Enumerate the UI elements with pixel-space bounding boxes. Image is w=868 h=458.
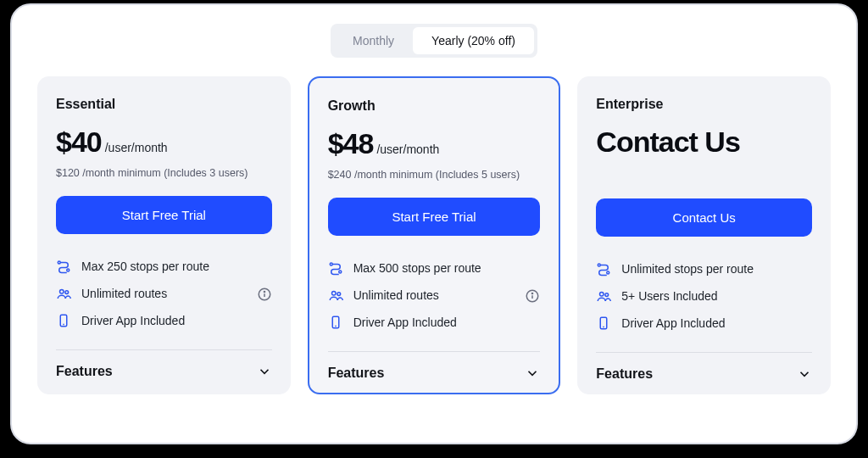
price-row: $48 /user/month bbox=[328, 127, 541, 160]
plan-minimum: $240 /month minimum (Includes 5 users) bbox=[328, 169, 541, 181]
feature-item: 5+ Users Included bbox=[596, 282, 812, 310]
route-icon bbox=[328, 260, 343, 276]
svg-point-19 bbox=[607, 271, 609, 274]
svg-point-12 bbox=[337, 293, 341, 296]
users-icon bbox=[56, 286, 71, 301]
features-label: Features bbox=[56, 364, 113, 379]
start-trial-button[interactable]: Start Free Trial bbox=[56, 196, 272, 234]
features-label: Features bbox=[328, 366, 385, 381]
features-toggle[interactable]: Features bbox=[56, 359, 272, 381]
feature-item: Driver App Included bbox=[56, 307, 272, 334]
svg-point-9 bbox=[330, 263, 332, 265]
svg-point-11 bbox=[331, 292, 336, 296]
plan-card-growth: Growth $48 /user/month $240 /month minim… bbox=[308, 76, 561, 394]
phone-icon bbox=[56, 313, 71, 328]
spacer bbox=[596, 167, 812, 182]
divider bbox=[328, 351, 541, 352]
plan-name: Growth bbox=[328, 98, 541, 114]
route-icon bbox=[596, 261, 611, 276]
features-toggle[interactable]: Features bbox=[596, 361, 812, 383]
toggle-monthly[interactable]: Monthly bbox=[334, 27, 413, 54]
features-toggle[interactable]: Features bbox=[328, 360, 541, 383]
feature-item: Unlimited routes bbox=[328, 282, 541, 309]
chevron-down-icon bbox=[525, 366, 540, 381]
chevron-down-icon bbox=[797, 366, 812, 382]
feature-item: Unlimited stops per route bbox=[596, 255, 812, 282]
pricing-panel: Monthly Yearly (20% off) Essential $40 /… bbox=[10, 3, 858, 444]
plan-price-unit: /user/month bbox=[105, 141, 168, 154]
plan-name: Enterprise bbox=[596, 97, 812, 112]
plan-price: $48 bbox=[328, 127, 374, 160]
svg-point-10 bbox=[338, 271, 341, 273]
users-icon bbox=[596, 288, 611, 304]
plan-cards: Essential $40 /user/month $120 /month mi… bbox=[37, 76, 831, 394]
feature-text: Max 500 stops per route bbox=[353, 261, 481, 275]
divider bbox=[596, 352, 812, 353]
billing-toggle: Monthly Yearly (20% off) bbox=[331, 24, 537, 58]
plan-card-essential: Essential $40 /user/month $120 /month mi… bbox=[37, 76, 291, 394]
users-icon bbox=[328, 288, 343, 303]
plan-name: Essential bbox=[56, 97, 272, 112]
svg-point-1 bbox=[67, 269, 70, 271]
info-icon[interactable] bbox=[257, 287, 272, 302]
feature-item: Max 250 stops per route bbox=[56, 253, 272, 280]
divider bbox=[56, 349, 272, 350]
billing-toggle-wrap: Monthly Yearly (20% off) bbox=[37, 24, 831, 58]
route-icon bbox=[56, 259, 71, 274]
svg-point-20 bbox=[600, 293, 604, 297]
phone-icon bbox=[596, 316, 611, 331]
svg-point-21 bbox=[605, 293, 609, 297]
feature-text: Unlimited routes bbox=[81, 287, 167, 300]
plan-price: $40 bbox=[56, 126, 102, 159]
svg-point-0 bbox=[58, 261, 60, 264]
feature-item: Max 500 stops per route bbox=[328, 254, 541, 282]
plan-price: Contact Us bbox=[596, 126, 812, 159]
feature-text: Unlimited routes bbox=[353, 288, 439, 302]
feature-list: Max 500 stops per route Unlimited routes… bbox=[328, 254, 541, 336]
feature-text: 5+ Users Included bbox=[621, 289, 717, 303]
feature-text: Driver App Included bbox=[353, 316, 457, 329]
plan-price-unit: /user/month bbox=[376, 142, 439, 156]
contact-us-button[interactable]: Contact Us bbox=[596, 198, 812, 237]
svg-point-3 bbox=[65, 291, 69, 294]
feature-item: Unlimited routes bbox=[56, 280, 272, 307]
feature-list: Unlimited stops per route 5+ Users Inclu… bbox=[596, 255, 812, 337]
feature-item: Driver App Included bbox=[328, 309, 541, 336]
svg-point-8 bbox=[264, 291, 264, 292]
start-trial-button[interactable]: Start Free Trial bbox=[328, 198, 541, 236]
feature-list: Max 250 stops per route Unlimited routes… bbox=[56, 253, 272, 334]
feature-text: Driver App Included bbox=[621, 316, 725, 330]
svg-point-18 bbox=[598, 264, 601, 266]
feature-text: Unlimited stops per route bbox=[621, 262, 754, 276]
toggle-yearly[interactable]: Yearly (20% off) bbox=[413, 27, 534, 54]
price-row: $40 /user/month bbox=[56, 126, 272, 159]
plan-minimum: $120 /month minimum (Includes 3 users) bbox=[56, 167, 272, 179]
features-label: Features bbox=[596, 366, 653, 382]
chevron-down-icon bbox=[257, 364, 272, 379]
feature-text: Max 250 stops per route bbox=[81, 260, 209, 273]
feature-item: Driver App Included bbox=[596, 310, 812, 337]
phone-icon bbox=[328, 315, 343, 330]
feature-text: Driver App Included bbox=[81, 314, 185, 327]
plan-card-enterprise: Enterprise Contact Us Contact Us Unlimit… bbox=[577, 76, 831, 394]
svg-point-2 bbox=[60, 290, 64, 294]
info-icon[interactable] bbox=[525, 288, 540, 304]
svg-point-17 bbox=[532, 293, 533, 293]
